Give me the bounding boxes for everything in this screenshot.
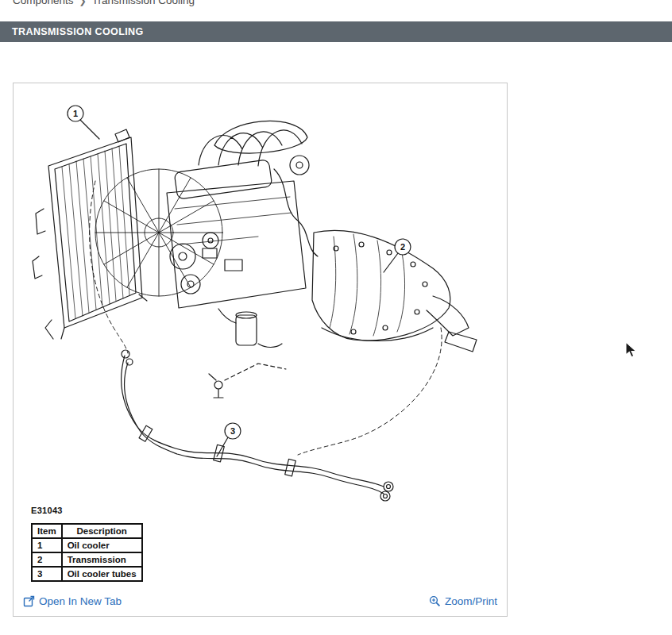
cell-item: 2 xyxy=(32,552,62,567)
table-row: 2 Transmission xyxy=(32,552,142,567)
callout-3 xyxy=(217,423,241,456)
mouse-cursor xyxy=(625,341,641,359)
table-header-row: Item Description xyxy=(32,524,142,538)
table-row: 3 Oil cooler tubes xyxy=(32,567,142,581)
card-footer: Open In New Tab Zoom/Print xyxy=(14,591,507,616)
engine-diagram: 1 2 3 xyxy=(20,90,501,506)
callout-2-label: 2 xyxy=(400,242,405,252)
section-header-bar: TRANSMISSION COOLING xyxy=(0,21,672,42)
engine-block-drawing xyxy=(167,121,318,347)
page: Components❯Transmission Cooling TRANSMIS… xyxy=(0,0,672,635)
col-header-description: Description xyxy=(62,524,142,538)
breadcrumb: Components❯Transmission Cooling xyxy=(13,0,195,6)
parts-table: Item Description 1 Oil cooler 2 Transmis… xyxy=(31,523,143,582)
diagram-card: 1 2 3 E31043 Item Description 1 Oil cool… xyxy=(13,83,508,617)
transmission-drawing xyxy=(312,230,477,352)
zoom-print-button[interactable]: Zoom/Print xyxy=(429,595,497,607)
bracket-part-drawing xyxy=(209,364,286,398)
callout-1-label: 1 xyxy=(73,109,78,118)
page-title: TRANSMISSION COOLING xyxy=(12,26,144,37)
cell-description: Oil cooler xyxy=(62,538,142,552)
dashed-routing-lines xyxy=(90,181,442,455)
breadcrumb-separator-icon: ❯ xyxy=(79,0,87,6)
table-row: 1 Oil cooler xyxy=(32,538,142,552)
cell-item: 3 xyxy=(32,567,62,581)
figure-code: E31043 xyxy=(31,506,63,515)
open-in-new-tab-label: Open In New Tab xyxy=(39,595,122,607)
open-in-new-tab-icon xyxy=(23,595,35,607)
open-in-new-tab-button[interactable]: Open In New Tab xyxy=(23,595,122,607)
breadcrumb-current: Transmission Cooling xyxy=(92,0,195,6)
callout-3-label: 3 xyxy=(230,426,235,436)
cell-description: Oil cooler tubes xyxy=(62,567,142,581)
breadcrumb-components-link[interactable]: Components xyxy=(13,0,74,6)
zoom-magnifier-plus-icon xyxy=(429,595,441,607)
oil-cooler-tubes-drawing xyxy=(122,350,393,501)
zoom-print-label: Zoom/Print xyxy=(445,595,497,607)
callout-2 xyxy=(384,239,411,272)
cell-description: Transmission xyxy=(62,552,142,567)
cell-item: 1 xyxy=(32,538,62,552)
col-header-item: Item xyxy=(32,524,62,538)
diagram-wrap: 1 2 3 xyxy=(20,90,501,506)
